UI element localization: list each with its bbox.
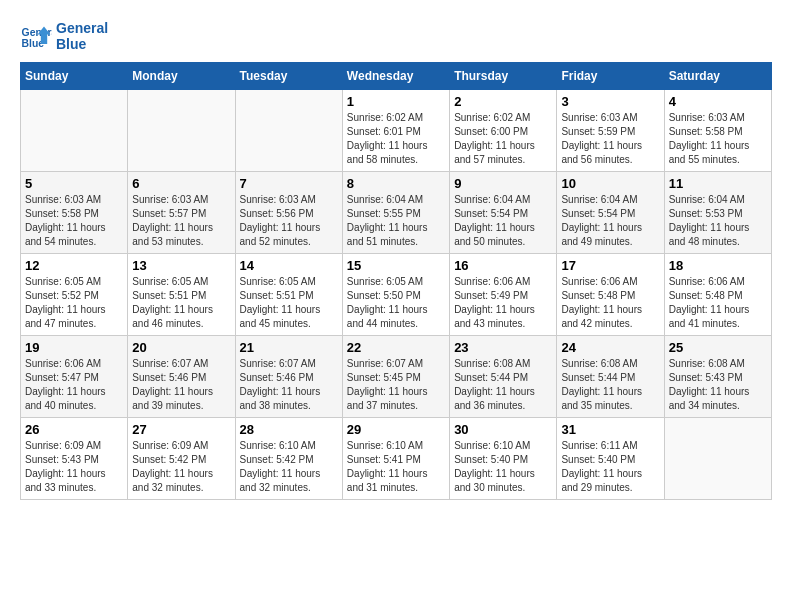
day-number: 3 — [561, 94, 659, 109]
day-info: Sunrise: 6:04 AM Sunset: 5:54 PM Dayligh… — [454, 193, 552, 249]
day-cell-29: 29Sunrise: 6:10 AM Sunset: 5:41 PM Dayli… — [342, 418, 449, 500]
day-info: Sunrise: 6:10 AM Sunset: 5:40 PM Dayligh… — [454, 439, 552, 495]
day-number: 26 — [25, 422, 123, 437]
day-info: Sunrise: 6:05 AM Sunset: 5:51 PM Dayligh… — [240, 275, 338, 331]
day-info: Sunrise: 6:06 AM Sunset: 5:49 PM Dayligh… — [454, 275, 552, 331]
day-info: Sunrise: 6:07 AM Sunset: 5:46 PM Dayligh… — [132, 357, 230, 413]
day-number: 21 — [240, 340, 338, 355]
week-row-2: 5Sunrise: 6:03 AM Sunset: 5:58 PM Daylig… — [21, 172, 772, 254]
day-cell-22: 22Sunrise: 6:07 AM Sunset: 5:45 PM Dayli… — [342, 336, 449, 418]
day-cell-17: 17Sunrise: 6:06 AM Sunset: 5:48 PM Dayli… — [557, 254, 664, 336]
dow-header-tuesday: Tuesday — [235, 63, 342, 90]
day-info: Sunrise: 6:02 AM Sunset: 6:01 PM Dayligh… — [347, 111, 445, 167]
day-number: 7 — [240, 176, 338, 191]
day-cell-2: 2Sunrise: 6:02 AM Sunset: 6:00 PM Daylig… — [450, 90, 557, 172]
day-number: 13 — [132, 258, 230, 273]
day-number: 10 — [561, 176, 659, 191]
day-info: Sunrise: 6:04 AM Sunset: 5:55 PM Dayligh… — [347, 193, 445, 249]
dow-header-saturday: Saturday — [664, 63, 771, 90]
day-info: Sunrise: 6:09 AM Sunset: 5:42 PM Dayligh… — [132, 439, 230, 495]
logo-text: GeneralBlue — [56, 20, 108, 52]
dow-header-thursday: Thursday — [450, 63, 557, 90]
day-cell-9: 9Sunrise: 6:04 AM Sunset: 5:54 PM Daylig… — [450, 172, 557, 254]
day-number: 12 — [25, 258, 123, 273]
day-info: Sunrise: 6:04 AM Sunset: 5:53 PM Dayligh… — [669, 193, 767, 249]
day-number: 11 — [669, 176, 767, 191]
day-info: Sunrise: 6:02 AM Sunset: 6:00 PM Dayligh… — [454, 111, 552, 167]
day-info: Sunrise: 6:08 AM Sunset: 5:44 PM Dayligh… — [561, 357, 659, 413]
day-number: 2 — [454, 94, 552, 109]
day-cell-8: 8Sunrise: 6:04 AM Sunset: 5:55 PM Daylig… — [342, 172, 449, 254]
day-number: 29 — [347, 422, 445, 437]
day-info: Sunrise: 6:03 AM Sunset: 5:58 PM Dayligh… — [25, 193, 123, 249]
day-number: 14 — [240, 258, 338, 273]
day-cell-1: 1Sunrise: 6:02 AM Sunset: 6:01 PM Daylig… — [342, 90, 449, 172]
day-number: 30 — [454, 422, 552, 437]
day-cell-7: 7Sunrise: 6:03 AM Sunset: 5:56 PM Daylig… — [235, 172, 342, 254]
empty-cell — [235, 90, 342, 172]
day-info: Sunrise: 6:04 AM Sunset: 5:54 PM Dayligh… — [561, 193, 659, 249]
day-cell-27: 27Sunrise: 6:09 AM Sunset: 5:42 PM Dayli… — [128, 418, 235, 500]
day-number: 18 — [669, 258, 767, 273]
day-number: 17 — [561, 258, 659, 273]
week-row-5: 26Sunrise: 6:09 AM Sunset: 5:43 PM Dayli… — [21, 418, 772, 500]
day-cell-12: 12Sunrise: 6:05 AM Sunset: 5:52 PM Dayli… — [21, 254, 128, 336]
day-cell-13: 13Sunrise: 6:05 AM Sunset: 5:51 PM Dayli… — [128, 254, 235, 336]
logo-icon: General Blue — [20, 20, 52, 52]
days-of-week-row: SundayMondayTuesdayWednesdayThursdayFrid… — [21, 63, 772, 90]
day-number: 19 — [25, 340, 123, 355]
day-cell-26: 26Sunrise: 6:09 AM Sunset: 5:43 PM Dayli… — [21, 418, 128, 500]
day-cell-18: 18Sunrise: 6:06 AM Sunset: 5:48 PM Dayli… — [664, 254, 771, 336]
day-info: Sunrise: 6:05 AM Sunset: 5:50 PM Dayligh… — [347, 275, 445, 331]
day-info: Sunrise: 6:05 AM Sunset: 5:52 PM Dayligh… — [25, 275, 123, 331]
day-cell-21: 21Sunrise: 6:07 AM Sunset: 5:46 PM Dayli… — [235, 336, 342, 418]
day-number: 1 — [347, 94, 445, 109]
page-header: General Blue GeneralBlue — [20, 20, 772, 52]
dow-header-wednesday: Wednesday — [342, 63, 449, 90]
day-info: Sunrise: 6:08 AM Sunset: 5:43 PM Dayligh… — [669, 357, 767, 413]
day-cell-15: 15Sunrise: 6:05 AM Sunset: 5:50 PM Dayli… — [342, 254, 449, 336]
empty-cell — [21, 90, 128, 172]
empty-cell — [128, 90, 235, 172]
day-number: 8 — [347, 176, 445, 191]
day-cell-6: 6Sunrise: 6:03 AM Sunset: 5:57 PM Daylig… — [128, 172, 235, 254]
day-info: Sunrise: 6:06 AM Sunset: 5:48 PM Dayligh… — [561, 275, 659, 331]
day-info: Sunrise: 6:11 AM Sunset: 5:40 PM Dayligh… — [561, 439, 659, 495]
day-cell-23: 23Sunrise: 6:08 AM Sunset: 5:44 PM Dayli… — [450, 336, 557, 418]
day-cell-24: 24Sunrise: 6:08 AM Sunset: 5:44 PM Dayli… — [557, 336, 664, 418]
day-info: Sunrise: 6:03 AM Sunset: 5:58 PM Dayligh… — [669, 111, 767, 167]
day-info: Sunrise: 6:07 AM Sunset: 5:45 PM Dayligh… — [347, 357, 445, 413]
day-number: 6 — [132, 176, 230, 191]
day-number: 22 — [347, 340, 445, 355]
day-number: 16 — [454, 258, 552, 273]
day-cell-3: 3Sunrise: 6:03 AM Sunset: 5:59 PM Daylig… — [557, 90, 664, 172]
day-cell-20: 20Sunrise: 6:07 AM Sunset: 5:46 PM Dayli… — [128, 336, 235, 418]
week-row-1: 1Sunrise: 6:02 AM Sunset: 6:01 PM Daylig… — [21, 90, 772, 172]
day-info: Sunrise: 6:06 AM Sunset: 5:48 PM Dayligh… — [669, 275, 767, 331]
day-number: 9 — [454, 176, 552, 191]
logo: General Blue GeneralBlue — [20, 20, 108, 52]
day-cell-16: 16Sunrise: 6:06 AM Sunset: 5:49 PM Dayli… — [450, 254, 557, 336]
day-cell-11: 11Sunrise: 6:04 AM Sunset: 5:53 PM Dayli… — [664, 172, 771, 254]
week-row-3: 12Sunrise: 6:05 AM Sunset: 5:52 PM Dayli… — [21, 254, 772, 336]
day-cell-19: 19Sunrise: 6:06 AM Sunset: 5:47 PM Dayli… — [21, 336, 128, 418]
empty-cell — [664, 418, 771, 500]
day-number: 24 — [561, 340, 659, 355]
day-number: 27 — [132, 422, 230, 437]
day-cell-10: 10Sunrise: 6:04 AM Sunset: 5:54 PM Dayli… — [557, 172, 664, 254]
day-cell-5: 5Sunrise: 6:03 AM Sunset: 5:58 PM Daylig… — [21, 172, 128, 254]
day-number: 4 — [669, 94, 767, 109]
dow-header-monday: Monday — [128, 63, 235, 90]
day-info: Sunrise: 6:03 AM Sunset: 5:57 PM Dayligh… — [132, 193, 230, 249]
day-info: Sunrise: 6:09 AM Sunset: 5:43 PM Dayligh… — [25, 439, 123, 495]
day-cell-14: 14Sunrise: 6:05 AM Sunset: 5:51 PM Dayli… — [235, 254, 342, 336]
dow-header-friday: Friday — [557, 63, 664, 90]
day-number: 28 — [240, 422, 338, 437]
calendar-table: SundayMondayTuesdayWednesdayThursdayFrid… — [20, 62, 772, 500]
day-number: 15 — [347, 258, 445, 273]
dow-header-sunday: Sunday — [21, 63, 128, 90]
day-cell-31: 31Sunrise: 6:11 AM Sunset: 5:40 PM Dayli… — [557, 418, 664, 500]
day-info: Sunrise: 6:03 AM Sunset: 5:59 PM Dayligh… — [561, 111, 659, 167]
day-number: 23 — [454, 340, 552, 355]
day-info: Sunrise: 6:07 AM Sunset: 5:46 PM Dayligh… — [240, 357, 338, 413]
